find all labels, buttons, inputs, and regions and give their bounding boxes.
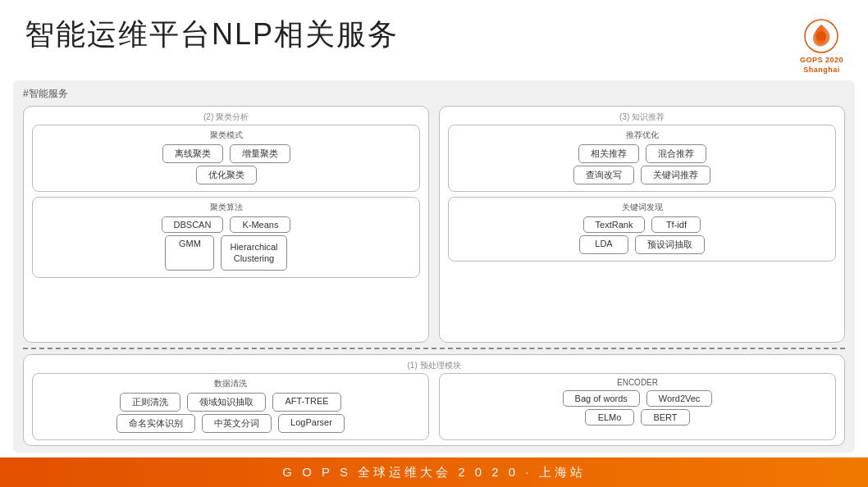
clean-afttree-btn[interactable]: AFT-TREE — [272, 393, 340, 412]
cluster-offline-btn[interactable]: 离线聚类 — [162, 144, 223, 163]
encoder-row1: Bag of words Word2Vec — [446, 390, 829, 407]
encoder-row2: ELMo BERT — [446, 409, 829, 426]
cluster-algo-title: 聚类算法 — [39, 202, 413, 213]
bottom-row: (1) 预处理模块 数据清洗 正则清洗 领域知识抽取 AFT-TREE 命名实体… — [23, 354, 845, 446]
main-container: 智能运维平台NLP相关服务 GOPS 2020 Shanghai #智能服务 (… — [0, 0, 868, 487]
encoder-elmo-btn[interactable]: ELMo — [585, 409, 634, 426]
cluster-kmeans-btn[interactable]: K-Means — [230, 216, 290, 233]
clean-logparser-btn[interactable]: LogParser — [278, 414, 345, 433]
cluster-mode-row2: 优化聚类 — [39, 166, 413, 184]
cluster-mode-row1: 离线聚类 增量聚类 — [39, 144, 413, 163]
section-label: #智能服务 — [23, 87, 845, 101]
cluster-mode-title: 聚类模式 — [39, 130, 413, 141]
knowledge-query-btn[interactable]: 查询改写 — [573, 166, 634, 184]
content-area: #智能服务 (2) 聚类分析 聚类模式 离线聚类 增量聚类 优化聚类 — [13, 80, 855, 453]
clean-regex-btn[interactable]: 正则清洗 — [120, 393, 180, 412]
cluster-optimize-btn[interactable]: 优化聚类 — [196, 166, 257, 184]
knowledge-keyword-box: 关键词发现 TextRank Tf-idf LDA 预设词抽取 — [448, 197, 836, 262]
preprocess-inner: 数据清洗 正则清洗 领域知识抽取 AFT-TREE 命名实体识别 中英文分词 L… — [32, 373, 836, 440]
clean-ner-btn[interactable]: 命名实体识别 — [116, 414, 195, 433]
cluster-hierarchical-btn[interactable]: Hierarchical Clustering — [221, 235, 286, 271]
knowledge-recommend-title: 推荐优化 — [455, 130, 829, 141]
footer-text: G O P S 全球运维大会 2 0 2 0 · 上海站 — [282, 465, 585, 480]
logo-area: GOPS 2020 Shanghai — [800, 18, 843, 74]
knowledge-lda-btn[interactable]: LDA — [579, 235, 628, 254]
knowledge-tfidf-btn[interactable]: Tf-idf — [651, 216, 701, 233]
knowledge-textrank-btn[interactable]: TextRank — [583, 216, 646, 233]
knowledge-rec-row2: 查询改写 关键词推荐 — [455, 166, 829, 184]
clean-segment-btn[interactable]: 中英文分词 — [202, 414, 272, 433]
cluster-mode-box: 聚类模式 离线聚类 增量聚类 优化聚类 — [32, 125, 420, 192]
encoder-bow-btn[interactable]: Bag of words — [563, 390, 640, 407]
preprocess-section-num: (1) 预处理模块 — [32, 360, 836, 371]
knowledge-mixed-btn[interactable]: 混合推荐 — [646, 144, 706, 163]
data-clean-box: 数据清洗 正则清洗 领域知识抽取 AFT-TREE 命名实体识别 中英文分词 L… — [32, 373, 429, 440]
knowledge-keyword-title: 关键词发现 — [455, 202, 829, 213]
header: 智能运维平台NLP相关服务 GOPS 2020 Shanghai — [0, 0, 868, 80]
clean-row1: 正则清洗 领域知识抽取 AFT-TREE — [39, 393, 422, 412]
encoder-word2vec-btn[interactable]: Word2Vec — [646, 390, 713, 407]
knowledge-keyword-rec-btn[interactable]: 关键词推荐 — [641, 166, 710, 184]
cluster-hierarchical-line2: Clustering — [234, 253, 275, 263]
svg-point-1 — [816, 31, 826, 41]
gops-brand-text: GOPS 2020 — [800, 56, 843, 64]
data-clean-title: 数据清洗 — [39, 378, 422, 389]
cluster-section-num: (2) 聚类分析 — [32, 112, 420, 123]
knowledge-recommend-box: 推荐优化 相关推荐 混合推荐 查询改写 关键词推荐 — [448, 125, 836, 192]
cluster-section: (2) 聚类分析 聚类模式 离线聚类 增量聚类 优化聚类 聚类算法 — [23, 106, 429, 343]
encoder-title: ENCODER — [446, 378, 829, 387]
knowledge-rec-row1: 相关推荐 混合推荐 — [455, 144, 829, 163]
cluster-increment-btn[interactable]: 增量聚类 — [230, 144, 290, 163]
cluster-algo-box: 聚类算法 DBSCAN K-Means GMM Hierarchical Clu… — [32, 197, 420, 278]
encoder-box: ENCODER Bag of words Word2Vec ELMo BERT — [439, 373, 836, 440]
footer: G O P S 全球运维大会 2 0 2 0 · 上海站 — [0, 457, 868, 487]
cluster-algo-row1: DBSCAN K-Means — [39, 216, 413, 233]
dashed-divider — [23, 348, 845, 349]
top-row: (2) 聚类分析 聚类模式 离线聚类 增量聚类 优化聚类 聚类算法 — [23, 106, 845, 343]
knowledge-kw-row1: TextRank Tf-idf — [455, 216, 829, 233]
gops-location-text: Shanghai — [803, 66, 840, 74]
knowledge-section: (3) 知识推荐 推荐优化 相关推荐 混合推荐 查询改写 关键词推荐 关键词发现 — [439, 106, 845, 343]
clean-domain-btn[interactable]: 领域知识抽取 — [187, 393, 266, 412]
page-title: 智能运维平台NLP相关服务 — [25, 15, 399, 55]
preprocess-section: (1) 预处理模块 数据清洗 正则清洗 领域知识抽取 AFT-TREE 命名实体… — [23, 354, 845, 446]
knowledge-related-btn[interactable]: 相关推荐 — [578, 144, 639, 163]
gops-logo-icon — [803, 18, 839, 54]
cluster-hierarchical-line1: Hierarchical — [230, 242, 277, 252]
cluster-algo-row2: GMM Hierarchical Clustering — [39, 235, 413, 271]
encoder-bert-btn[interactable]: BERT — [641, 409, 690, 426]
clean-row2: 命名实体识别 中英文分词 LogParser — [39, 414, 422, 433]
knowledge-kw-row2: LDA 预设词抽取 — [455, 235, 829, 254]
knowledge-preset-btn[interactable]: 预设词抽取 — [635, 235, 705, 254]
cluster-dbscan-btn[interactable]: DBSCAN — [162, 216, 224, 233]
knowledge-section-num: (3) 知识推荐 — [448, 112, 836, 123]
cluster-gmm-btn[interactable]: GMM — [165, 235, 214, 271]
